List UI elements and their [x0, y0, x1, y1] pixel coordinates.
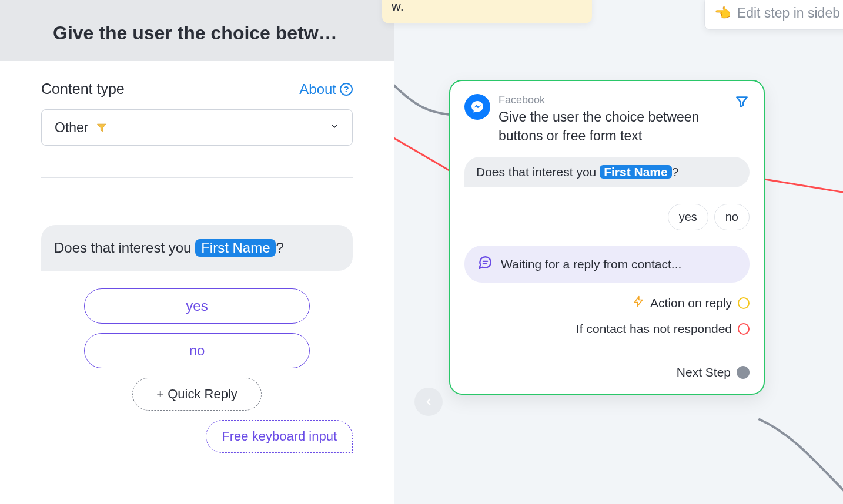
chevron-down-icon [330, 122, 339, 134]
waiting-for-reply-bar: Waiting for a reply from contact... [464, 246, 750, 283]
chat-bubble-icon [477, 255, 493, 273]
canvas-note-text: w. [392, 0, 404, 14]
node-variable-chip: First Name [600, 165, 672, 179]
edit-step-label: Edit step in sideb [737, 5, 840, 21]
select-value-wrap: Other [55, 120, 108, 136]
content-type-label: Content type [41, 80, 125, 98]
node-channel-label: Facebook [499, 94, 726, 106]
funnel-icon [96, 122, 108, 133]
not-responded-label: If contact has not responded [576, 322, 732, 336]
sidebar-header: Give the user the choice betw… [0, 0, 394, 61]
node-action-rows: Action on reply If contact has not respo… [464, 295, 750, 379]
next-step-label: Next Step [677, 365, 731, 379]
not-responded-row[interactable]: If contact has not responded [576, 322, 750, 336]
port-not-responded[interactable] [738, 323, 750, 335]
chevron-left-icon [423, 397, 434, 407]
quick-reply-yes[interactable]: yes [84, 288, 310, 324]
action-on-reply-label: Action on reply [650, 296, 732, 310]
filter-icon[interactable] [734, 94, 750, 112]
waiting-text: Waiting for a reply from contact... [501, 257, 681, 271]
sidebar-title: Give the user the choice betw… [53, 22, 353, 44]
message-prefix: Does that interest you [54, 240, 195, 256]
add-quick-reply-button[interactable]: + Quick Reply [132, 378, 262, 411]
message-suffix: ? [276, 240, 283, 256]
node-quick-reply-pills: yes no [464, 204, 750, 230]
node-pill-yes[interactable]: yes [668, 204, 708, 230]
bolt-icon [633, 295, 644, 310]
select-value: Other [55, 120, 89, 136]
node-message-suffix: ? [672, 165, 679, 179]
node-header: Facebook Give the user the choice betwee… [464, 94, 750, 145]
node-header-text: Facebook Give the user the choice betwee… [499, 94, 726, 145]
quick-reply-no[interactable]: no [84, 333, 310, 368]
sidebar-panel: Give the user the choice betw… Content t… [0, 0, 394, 504]
port-action-on-reply[interactable] [738, 297, 750, 309]
divider [41, 177, 353, 178]
node-pill-no[interactable]: no [714, 204, 750, 230]
node-title: Give the user the choice between buttons… [499, 107, 726, 145]
edit-step-button[interactable]: 👈 Edit step in sideb [704, 0, 843, 30]
about-link[interactable]: About ? [299, 81, 353, 98]
node-message-prefix: Does that interest you [476, 165, 600, 179]
action-on-reply-row[interactable]: Action on reply [633, 295, 750, 310]
port-next-step[interactable] [737, 366, 750, 379]
next-step-row[interactable]: Next Step [677, 365, 750, 379]
free-keyboard-wrap: Free keyboard input [41, 420, 353, 453]
free-keyboard-input-button[interactable]: Free keyboard input [206, 420, 353, 453]
message-bubble-editor[interactable]: Does that interest you First Name? [41, 225, 353, 271]
flow-canvas[interactable]: w. 👈 Edit step in sideb Facebook Give th… [394, 0, 843, 504]
content-type-select[interactable]: Other [41, 109, 353, 146]
flow-node-card[interactable]: Facebook Give the user the choice betwee… [449, 80, 765, 395]
pointing-hand-icon: 👈 [714, 5, 731, 21]
help-icon: ? [340, 83, 353, 96]
sidebar-body: Content type About ? Other Does that int… [0, 61, 394, 453]
content-type-row: Content type About ? [41, 80, 353, 98]
messenger-icon [464, 94, 490, 120]
canvas-note: w. [382, 0, 592, 23]
collapse-sidebar-button[interactable] [414, 388, 443, 416]
node-message-bubble: Does that interest you First Name? [464, 157, 750, 187]
quick-reply-column: yes no + Quick Reply Free keyboard input [41, 288, 353, 453]
about-text: About [299, 81, 336, 98]
variable-chip-first-name[interactable]: First Name [195, 239, 276, 257]
